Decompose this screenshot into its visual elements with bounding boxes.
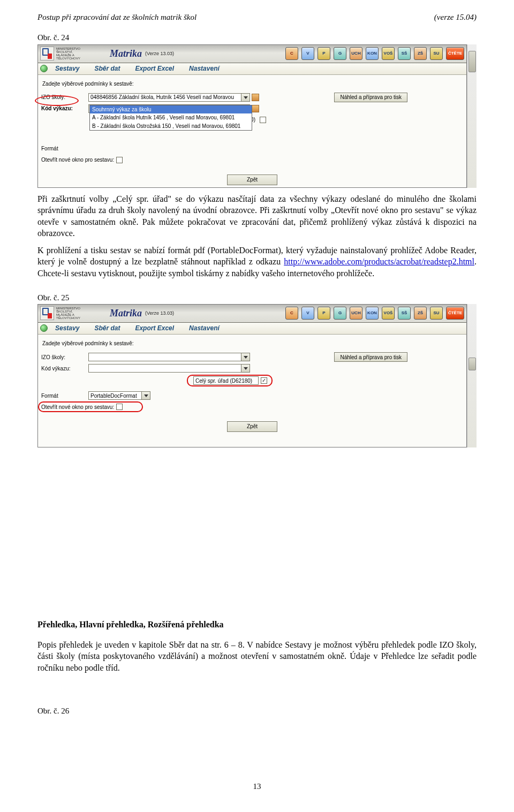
izo-dropdown-button-2[interactable]	[241, 353, 250, 361]
preview-button[interactable]: Náhled a příprava pro tisk	[334, 93, 407, 102]
paragraph-2: K prohlížení a tisku sestav se nabízí fo…	[37, 245, 477, 279]
label-format-2: Formát	[41, 392, 88, 400]
tile-zs[interactable]: ZŠ	[414, 47, 427, 60]
scrollbar-1[interactable]	[467, 44, 477, 188]
menu-sestavy[interactable]: Sestavy	[55, 64, 79, 73]
izo-input-2[interactable]	[88, 353, 241, 361]
tile-ctete[interactable]: ČTĚTE	[446, 47, 464, 60]
figure-label-24: Obr. č. 24	[37, 32, 477, 43]
figure-label-26: Obr. č. 26	[37, 705, 477, 716]
tile-p[interactable]: P	[318, 47, 330, 60]
menu2-export[interactable]: Export Excel	[135, 324, 174, 332]
cely-spr-checkbox-1[interactable]	[260, 117, 266, 123]
menu-sber-dat[interactable]: Sběr dat	[94, 64, 120, 73]
doc-header-right: (verze 15.04)	[434, 12, 477, 22]
label-izo-2: IZO školy:	[41, 354, 88, 361]
menu2-nastaveni[interactable]: Nastavení	[189, 324, 220, 332]
doc-header-left: Postup při zpracování dat ze školních ma…	[37, 12, 196, 22]
ministry-text-2: MINISTERSTVO ŠKOLSTVÍ, MLÁDEŽE A TĚLOVÝC…	[56, 307, 88, 320]
tile2-uch[interactable]: UCH	[350, 307, 362, 320]
scroll-thumb-2[interactable]	[468, 358, 476, 370]
paragraph-1: Při zaškrtnutí volby „Celý spr. úřad" se…	[37, 193, 477, 239]
tile2-p[interactable]: P	[318, 307, 330, 320]
tile2-c[interactable]: C	[285, 307, 298, 320]
app-version-2: (Verze 13.03)	[145, 310, 174, 316]
scroll-thumb-1[interactable]	[468, 51, 476, 72]
kod-input-2[interactable]	[88, 364, 241, 373]
tile2-ctete[interactable]: ČTĚTE	[446, 307, 464, 320]
tile2-zs[interactable]: ZŠ	[414, 307, 427, 320]
tile-vos[interactable]: VOŠ	[382, 47, 395, 60]
page-number: 13	[37, 781, 477, 792]
format-dropdown-button[interactable]	[142, 391, 150, 400]
menu-export[interactable]: Export Excel	[135, 64, 174, 73]
tile2-g[interactable]: G	[334, 307, 346, 320]
app-title-bar-2: MINISTERSTVO ŠKOLSTVÍ, MLÁDEŽE A TĚLOVÝC…	[38, 305, 466, 323]
screenshot-1: MINISTERSTVO ŠKOLSTVÍ, MLÁDEŽE A TĚLOVÝC…	[37, 44, 467, 188]
tile2-v[interactable]: V	[301, 307, 314, 320]
tile2-vos[interactable]: VOŠ	[382, 307, 395, 320]
izo-edit-icon[interactable]	[252, 94, 259, 101]
section-heading: Přehledka, Hlavní přehledka, Rozšířená p…	[37, 619, 477, 631]
label-open-1: Otevřít nové okno pro sestavu:	[41, 156, 114, 164]
dropdown-item-0[interactable]: Souhrnný výkaz za školu	[90, 105, 252, 114]
ministry-text: MINISTERSTVO ŠKOLSTVÍ, MLÁDEŽE A TĚLOVÝC…	[56, 47, 88, 60]
tile-ss[interactable]: SŠ	[398, 47, 411, 60]
label-kod: Kód výkazu:	[41, 105, 88, 112]
globe-icon-2[interactable]	[40, 324, 48, 332]
scrollbar-2[interactable]	[467, 304, 477, 447]
app-menubar-2: Sestavy Sběr dat Export Excel Nastavení	[38, 323, 466, 335]
menu-nastaveni[interactable]: Nastavení	[189, 64, 220, 73]
izo-dropdown-button[interactable]	[241, 93, 250, 102]
izo-input[interactable]: 048846856 Základní škola, Hutník 1456 Ve…	[88, 93, 241, 102]
tile-uch[interactable]: UCH	[350, 47, 362, 60]
form-prompt-2: Zadejte výběrové podmínky k sestavě:	[42, 340, 463, 347]
app-title-bar: MINISTERSTVO ŠKOLSTVÍ, MLÁDEŽE A TĚLOVÝC…	[38, 45, 466, 63]
globe-icon[interactable]	[40, 65, 48, 72]
open-new-window-checkbox-1[interactable]	[116, 157, 123, 163]
tile2-ss[interactable]: SŠ	[398, 307, 411, 320]
screenshot-2: MINISTERSTVO ŠKOLSTVÍ, MLÁDEŽE A TĚLOVÝC…	[37, 304, 467, 447]
menu2-sestavy[interactable]: Sestavy	[55, 324, 79, 332]
ministry-logo-icon	[40, 47, 54, 60]
tile-kon[interactable]: KON	[366, 47, 379, 60]
highlight-open-new	[38, 401, 143, 412]
tile-su[interactable]: SU	[430, 47, 443, 60]
label-kod-2: Kód výkazu:	[41, 365, 88, 373]
menu2-sber-dat[interactable]: Sběr dat	[94, 324, 120, 332]
paragraph-3: Popis přehledek je uveden v kapitole Sbě…	[37, 639, 477, 674]
back-button-1[interactable]: Zpět	[227, 174, 277, 185]
kod-dropdown-list[interactable]: Souhrnný výkaz za školu A - Základní ško…	[89, 105, 252, 131]
app-menubar: Sestavy Sběr dat Export Excel Nastavení	[38, 63, 466, 75]
label-format-1: Formát	[41, 145, 88, 153]
tile-g[interactable]: G	[334, 47, 346, 60]
tile-v[interactable]: V	[301, 47, 314, 60]
format-input[interactable]: PortableDocFormat	[88, 391, 142, 400]
app-title-2: Matrika	[110, 307, 142, 320]
figure-label-25: Obr. č. 25	[37, 292, 477, 303]
dropdown-item-2[interactable]: B - Základní škola Ostrožská 150 , Vesel…	[90, 122, 252, 131]
app-version: (Verze 13.03)	[145, 50, 174, 57]
highlight-kod-vykazu	[35, 95, 79, 106]
kod-dropdown-button-2[interactable]	[241, 364, 250, 373]
kod-edit-icon[interactable]	[252, 105, 259, 112]
dropdown-item-1[interactable]: A - Základní škola Hutník 1456 , Veselí …	[90, 113, 252, 122]
highlight-cely-spr	[187, 375, 273, 386]
tile2-su[interactable]: SU	[430, 307, 443, 320]
app-title: Matrika	[110, 47, 142, 60]
back-button-2[interactable]: Zpět	[227, 421, 277, 432]
adobe-link[interactable]: http://www.adobe.com/products/acrobat/re…	[284, 257, 474, 266]
preview-button-2[interactable]: Náhled a příprava pro tisk	[334, 352, 407, 362]
ministry-logo-icon-2	[40, 306, 54, 320]
tile-c[interactable]: C	[285, 47, 298, 60]
form-prompt: Zadejte výběrové podmínky k sestavě:	[42, 80, 463, 88]
tile2-kon[interactable]: KON	[366, 307, 379, 320]
